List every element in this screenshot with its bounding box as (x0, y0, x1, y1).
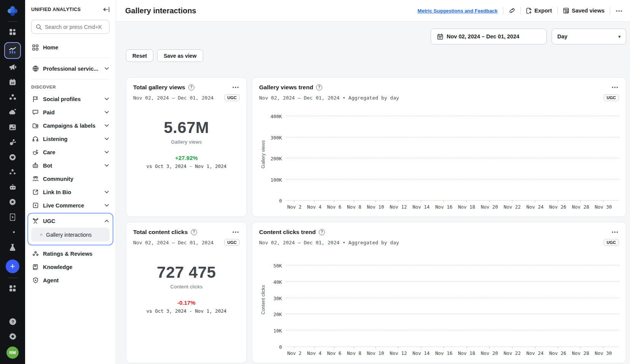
app-logo[interactable] (6, 5, 19, 17)
sidebar-item-listening[interactable]: Listening (31, 132, 110, 146)
x-tick: Nov 18 (458, 203, 475, 212)
granularity-select[interactable]: Day ▾ (552, 28, 626, 44)
community-rail-icon[interactable] (6, 92, 19, 102)
app-icon-rail: 10 + ? RM (0, 0, 25, 364)
x-tick (430, 349, 435, 358)
user-avatar[interactable]: RM (6, 347, 19, 359)
mobile-video-icon[interactable] (6, 212, 19, 222)
sidebar-item-care[interactable]: Care (31, 146, 110, 159)
y-tick-label: 0 (279, 344, 282, 350)
card-subtitle: Nov 02, 2024 – Dec 01, 2024 • Aggregated… (259, 95, 399, 101)
compose-plus-button[interactable]: + (6, 260, 19, 273)
rail-divider (8, 21, 18, 22)
y-tick-label: 40K (273, 279, 282, 285)
save-as-view-button[interactable]: Save as view (157, 49, 203, 62)
sidebar-item-live-commerce[interactable]: Live Commerce (31, 199, 110, 212)
chevron-down-icon (105, 124, 109, 127)
y-axis-labels: 010K20K30K40K50K (267, 253, 286, 347)
sidebar-item-ugc[interactable]: UGC (31, 214, 110, 228)
x-tick (341, 203, 347, 212)
sidebar-subitem-gallery-interactions-active[interactable]: Gallery interactions (31, 228, 110, 242)
card-more-options-icon[interactable]: ⋯ (232, 228, 240, 236)
export-button[interactable]: Export (526, 8, 552, 14)
help-question-icon[interactable]: ? (188, 84, 194, 90)
content-clicks-delta: -0.17% (177, 299, 196, 306)
content-clicks-compare: vs Oct 3, 2024 - Nov 1, 2024 (146, 308, 227, 314)
image-icon[interactable] (6, 122, 19, 132)
separator (520, 7, 521, 14)
apps-grid-icon[interactable] (6, 283, 19, 293)
x-tick: Nov 14 (412, 349, 430, 358)
chevron-down-icon (105, 204, 109, 207)
ugc-badge: UGC (224, 239, 240, 246)
x-tick-label: Nov 18 (458, 204, 475, 212)
x-tick-label: Nov 4 (307, 350, 321, 358)
star-bubble-icon[interactable] (6, 197, 19, 207)
sidebar-item-link-in-bio[interactable]: Link In Bio (31, 185, 110, 199)
search-field[interactable] (45, 24, 105, 30)
y-axis-title: Content clicks (261, 285, 266, 315)
sidebar-item-community[interactable]: Community (31, 172, 110, 185)
ugc-section-highlighted: UGC Gallery interactions (27, 213, 113, 245)
sidebar-item-label: Professional servic... (43, 66, 98, 72)
megaphone-icon[interactable] (6, 62, 19, 72)
sidebar-item-social-profiles[interactable]: Social profiles (31, 92, 110, 106)
ratings-stars-rail-icon[interactable] (6, 167, 19, 177)
sidebar-item-paid[interactable]: Paid (31, 106, 110, 119)
reset-button[interactable]: Reset (126, 49, 153, 62)
chevron-down-icon (105, 111, 109, 114)
x-tick (452, 349, 458, 358)
analytics-icon-active[interactable] (4, 42, 21, 59)
vision-icon[interactable] (6, 227, 19, 237)
x-tick-label: Nov 14 (412, 204, 430, 212)
content-clicks-label: Content clicks (170, 284, 202, 290)
copy-link-icon[interactable] (509, 8, 515, 14)
card-more-options-icon[interactable]: ⋯ (611, 228, 619, 236)
sidebar-item-ratings-reviews[interactable]: Ratings & Reviews (31, 247, 110, 260)
x-tick (321, 349, 327, 358)
gallery-views-value: 5.67M (164, 119, 209, 137)
sidebar-item-agent[interactable]: A Agent (31, 274, 110, 287)
bot-rail-icon[interactable] (6, 182, 19, 192)
sidebar-item-knowledge[interactable]: Knowledge (31, 260, 110, 274)
help-icon[interactable]: ? (6, 317, 19, 326)
cloud-add-icon[interactable] (6, 107, 19, 117)
x-tick-label: Nov 20 (481, 204, 498, 212)
metric-suggestions-link[interactable]: Metric Suggestions and Feedback (418, 8, 498, 14)
svg-text:10: 10 (11, 81, 14, 85)
rail-divider-bottom (8, 278, 18, 278)
care-heart-icon[interactable] (6, 152, 19, 162)
help-question-icon[interactable]: ? (316, 84, 322, 90)
calendar-icon-rail[interactable]: 10 (6, 77, 19, 87)
y-tick-label: 10K (273, 328, 282, 334)
collapse-sidebar-icon[interactable] (103, 7, 110, 12)
x-tick-label: Nov 26 (549, 350, 566, 358)
x-tick (544, 203, 549, 212)
sidebar-item-professional-services[interactable]: Professional servic... (31, 62, 110, 75)
sidebar-item-bot[interactable]: Bot (31, 159, 110, 172)
search-input[interactable] (31, 20, 110, 34)
x-tick (521, 203, 527, 212)
card-more-options-icon[interactable]: ⋯ (611, 84, 619, 91)
help-question-icon[interactable]: ? (319, 229, 325, 235)
x-tick: Nov 2 (287, 203, 302, 212)
dashboard-icon[interactable] (6, 27, 19, 37)
ratings-stars-icon (32, 251, 39, 256)
y-tick-label: 30K (273, 295, 282, 301)
sidebar-item-home[interactable]: Home (31, 41, 110, 54)
x-tick: Nov 30 (595, 203, 612, 212)
sidebar-item-label: Agent (43, 277, 59, 283)
sidebar-item-campaigns-labels[interactable]: Campaigns & labels (31, 119, 110, 132)
card-more-options-icon[interactable]: ⋯ (232, 84, 240, 91)
saved-views-button[interactable]: Saved views (563, 8, 605, 14)
total-gallery-views-card: Total gallery views ? ⋯ Nov 02, 2024 – D… (126, 77, 247, 217)
export-icon (526, 8, 532, 14)
gallery-views-compare: vs Oct 3, 2024 - Nov 1, 2024 (146, 163, 227, 169)
x-tick (341, 349, 347, 358)
date-range-picker[interactable]: Nov 02, 2024 – Dec 01, 2024 (431, 28, 547, 44)
flask-icon[interactable] (6, 242, 19, 252)
more-options-icon[interactable]: ⋯ (616, 7, 623, 14)
help-question-icon[interactable]: ? (191, 229, 197, 235)
share-network-icon[interactable] (6, 137, 19, 147)
settings-gear-icon[interactable] (6, 332, 19, 342)
